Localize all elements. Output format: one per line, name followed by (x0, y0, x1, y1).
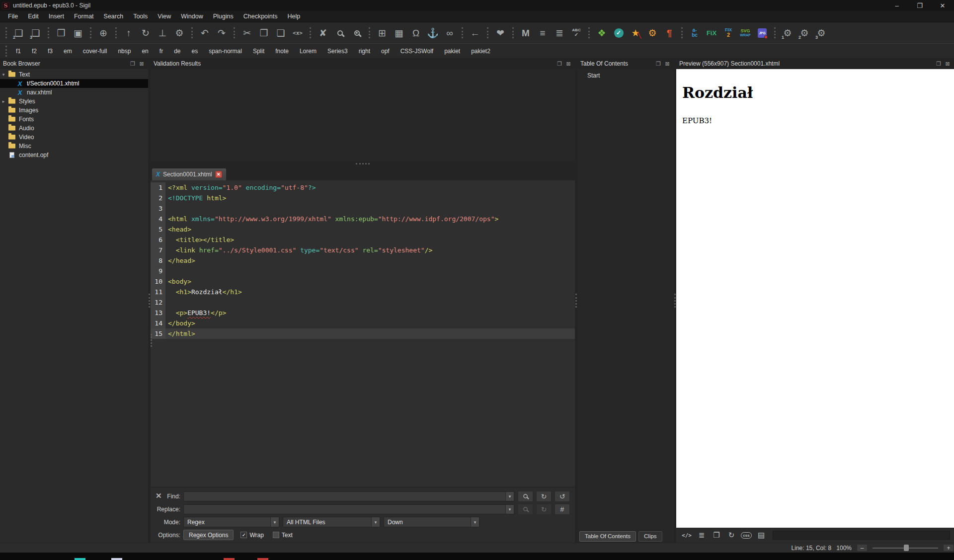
chevron-down-icon[interactable]: ▾ (505, 505, 514, 514)
menu-plugins[interactable]: Plugins (208, 11, 238, 21)
menu-file[interactable]: File (3, 11, 23, 21)
code-line-3[interactable]: 3 (151, 203, 575, 214)
open-book-icon[interactable]: ❒ (53, 25, 70, 41)
splitter[interactable] (151, 161, 575, 166)
special-characters-icon[interactable]: Ω (407, 25, 424, 41)
clip-button-pakiet[interactable]: pakiet (439, 46, 466, 57)
add-existing-files-icon[interactable]: ⊕ (95, 25, 112, 41)
code-line-2[interactable]: 2<!DOCTYPE html> (151, 193, 575, 203)
clip-button-pakiet2[interactable]: pakiet2 (466, 46, 496, 57)
plugin-1-icon[interactable]: ⚙1 (779, 25, 796, 41)
menu-checkpoints[interactable]: Checkpoints (238, 11, 283, 21)
code-line-10[interactable]: 10<body> (151, 276, 575, 287)
tab-close-icon[interactable]: ✕ (215, 171, 222, 178)
menu-insert[interactable]: Insert (44, 11, 69, 21)
checkbox-checked-icon[interactable]: ✓ (240, 532, 247, 538)
maximize-button[interactable]: ❐ (908, 0, 931, 11)
find-next-button[interactable] (518, 491, 533, 502)
clip-button-lorem[interactable]: Lorem (294, 46, 322, 57)
float-panel-icon[interactable]: ❐ (129, 61, 136, 67)
clip-button-en[interactable]: en (136, 46, 154, 57)
redo-icon[interactable]: ↷ (213, 25, 230, 41)
code-editor[interactable]: 1<?xml version="1.0" encoding="utf-8"?>2… (151, 180, 575, 487)
refresh-icon[interactable]: ↻ (725, 529, 738, 541)
close-panel-icon[interactable]: ⊠ (138, 61, 145, 67)
copy-icon[interactable]: ❐ (255, 25, 272, 41)
code-line-11[interactable]: 11 <h1>Rozdział</h1> (151, 287, 575, 297)
delete-unused-tags-icon[interactable]: <x> (289, 25, 306, 41)
direction-dropdown[interactable]: Down ▾ (384, 517, 479, 527)
menu-window[interactable]: Window (176, 11, 208, 21)
find-in-files-icon[interactable] (348, 25, 365, 41)
tree-item-styles[interactable]: ▸Styles (0, 97, 148, 106)
float-panel-icon[interactable]: ❐ (655, 61, 662, 67)
plugin-2-icon[interactable]: ⚙2 (796, 25, 813, 41)
code-line-4[interactable]: 4<html xmlns="http://www.w3.org/1999/xht… (151, 214, 575, 224)
clip-button-fnote[interactable]: fnote (270, 46, 294, 57)
code-line-1[interactable]: 1<?xml version="1.0" encoding="utf-8"?> (151, 182, 575, 193)
anchor-icon[interactable]: ⚓ (424, 25, 441, 41)
plugin-abc-icon[interactable]: a-bc (686, 25, 703, 41)
find-replace-icon[interactable] (331, 25, 348, 41)
split-at-cursor-icon[interactable]: ⊞ (374, 25, 391, 41)
unordered-list-icon[interactable]: ≡ (534, 25, 551, 41)
tree-item-audio[interactable]: Audio (0, 124, 148, 133)
expand-arrow-icon[interactable]: ▸ (0, 99, 7, 104)
plugin-fix-icon[interactable]: FiX (703, 25, 720, 41)
tree-item-text[interactable]: ▾Text (0, 70, 148, 79)
bottom-tab-clips[interactable]: Clips (638, 531, 662, 542)
clip-button-f3[interactable]: f3 (42, 46, 58, 57)
insert-image-icon[interactable]: ▦ (391, 25, 407, 41)
code-line-9[interactable]: 9 (151, 266, 575, 276)
regex-options-button[interactable]: Regex Options (183, 530, 234, 540)
mend-code-icon[interactable]: ✘ (315, 25, 331, 41)
expand-arrow-icon[interactable]: ▾ (0, 72, 7, 77)
replace-find-button[interactable] (518, 504, 533, 515)
code-line-13[interactable]: 13 <p>EPUB3!</p> (151, 308, 575, 318)
copy-icon[interactable]: ❐ (710, 529, 723, 541)
menu-tools[interactable]: Tools (128, 11, 153, 21)
paste-icon[interactable]: ❏ (272, 25, 289, 41)
wellformed-check-icon[interactable]: ✓ (610, 25, 627, 41)
undo-icon[interactable]: ↶ (196, 25, 213, 41)
code-line-12[interactable]: 12 (151, 297, 575, 308)
close-panel-icon[interactable]: ⊠ (565, 61, 572, 67)
replace-all-button[interactable]: ↻ (536, 504, 552, 515)
repair-icon[interactable]: ⚙ (644, 25, 661, 41)
menu-edit[interactable]: Edit (23, 11, 44, 21)
files-dropdown[interactable]: All HTML Files ▾ (283, 517, 380, 527)
ordered-list-icon[interactable]: ≣ (551, 25, 568, 41)
menu-format[interactable]: Format (69, 11, 99, 21)
mend-all-icon[interactable]: ★╲ (627, 25, 644, 41)
clip-button-right[interactable]: right (353, 46, 376, 57)
css-icon[interactable]: css (740, 529, 753, 541)
text-checkbox[interactable]: Text (273, 532, 293, 539)
new-epub2-icon[interactable]: ❏2 (10, 25, 27, 41)
code-line-5[interactable]: 5<head> (151, 224, 575, 235)
checkpoint-diff-icon[interactable]: ⊥ (154, 25, 171, 41)
cut-icon[interactable]: ✂ (238, 25, 255, 41)
count-all-button[interactable]: ↺ (555, 491, 570, 502)
menu-help[interactable]: Help (283, 11, 306, 21)
code-line-14[interactable]: 14</body> (151, 318, 575, 328)
new-epub3-icon[interactable]: ❏3 (27, 25, 44, 41)
splitter[interactable] (575, 58, 577, 543)
tree-item-content-opf[interactable]: content.opf (0, 151, 148, 160)
zoom-in-button[interactable]: + (943, 544, 954, 552)
donate-heart-icon[interactable]: ❤ (492, 25, 509, 41)
checkpoint-restore-icon[interactable]: ↻ (137, 25, 154, 41)
minimize-button[interactable]: – (885, 0, 908, 11)
clip-button-series3[interactable]: Series3 (322, 46, 353, 57)
checkpoint-manage-icon[interactable]: ⚙ (171, 25, 188, 41)
epubcheck-icon[interactable]: ❖ (593, 25, 610, 41)
code-line-6[interactable]: 6 <title></title> (151, 235, 575, 245)
menu-view[interactable]: View (153, 11, 176, 21)
zoom-slider[interactable] (873, 544, 938, 552)
clip-button-em[interactable]: em (58, 46, 78, 57)
float-panel-icon[interactable]: ❐ (556, 61, 563, 67)
replace-count-button[interactable]: # (555, 504, 570, 515)
menu-search[interactable]: Search (99, 11, 129, 21)
toc-entry-start[interactable]: Start (577, 71, 674, 80)
plugin-fix2-icon[interactable]: FIX2 (720, 25, 737, 41)
clip-button-nbsp[interactable]: nbsp (112, 46, 136, 57)
